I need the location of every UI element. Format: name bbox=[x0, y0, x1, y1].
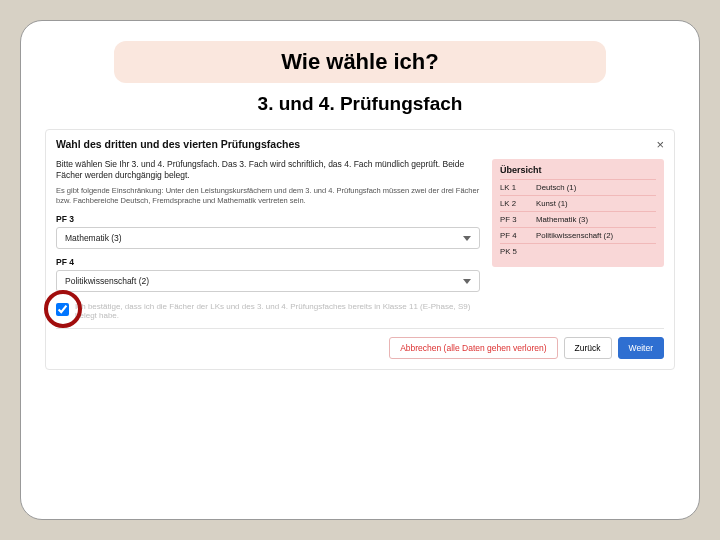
pf3-label: PF 3 bbox=[56, 214, 480, 224]
close-icon[interactable]: × bbox=[656, 138, 664, 151]
back-button[interactable]: Zurück bbox=[564, 337, 612, 359]
button-row: Abbrechen (alle Daten gehen verloren) Zu… bbox=[56, 337, 664, 359]
instructions-text: Bitte wählen Sie Ihr 3. und 4. Prüfungsf… bbox=[56, 159, 480, 182]
overview-key: LK 2 bbox=[500, 199, 530, 208]
pf3-selected-value: Mathematik (3) bbox=[65, 233, 122, 243]
confirm-row: Ich bestätige, dass ich die Fächer der L… bbox=[56, 302, 480, 320]
overview-row: PF 3 Mathematik (3) bbox=[500, 211, 656, 227]
pf4-label: PF 4 bbox=[56, 257, 480, 267]
panel-heading: Wahl des dritten und des vierten Prüfung… bbox=[56, 138, 300, 150]
overview-row: PF 4 Politikwissenschaft (2) bbox=[500, 227, 656, 243]
form-panel: Wahl des dritten und des vierten Prüfung… bbox=[45, 129, 675, 370]
pf4-selected-value: Politikwissenschaft (2) bbox=[65, 276, 149, 286]
slide-title-bar: Wie wähle ich? bbox=[114, 41, 605, 83]
form-left-column: Bitte wählen Sie Ihr 3. und 4. Prüfungsf… bbox=[56, 159, 480, 320]
restriction-note: Es gibt folgende Einschränkung: Unter de… bbox=[56, 186, 480, 206]
overview-row: LK 2 Kunst (1) bbox=[500, 195, 656, 211]
overview-panel: Übersicht LK 1 Deutsch (1) LK 2 Kunst (1… bbox=[492, 159, 664, 320]
overview-row: PK 5 bbox=[500, 243, 656, 259]
overview-title: Übersicht bbox=[500, 165, 656, 175]
overview-key: PF 4 bbox=[500, 231, 530, 240]
confirm-checkbox[interactable] bbox=[56, 303, 69, 316]
overview-value: Politikwissenschaft (2) bbox=[536, 231, 656, 240]
slide-title: Wie wähle ich? bbox=[114, 49, 605, 75]
pf3-select[interactable]: Mathematik (3) bbox=[56, 227, 480, 249]
pf4-select[interactable]: Politikwissenschaft (2) bbox=[56, 270, 480, 292]
slide-subtitle: 3. und 4. Prüfungsfach bbox=[45, 93, 675, 115]
overview-value bbox=[536, 247, 656, 256]
overview-value: Mathematik (3) bbox=[536, 215, 656, 224]
cancel-button[interactable]: Abbrechen (alle Daten gehen verloren) bbox=[389, 337, 557, 359]
overview-value: Deutsch (1) bbox=[536, 183, 656, 192]
next-button[interactable]: Weiter bbox=[618, 337, 664, 359]
overview-key: PK 5 bbox=[500, 247, 530, 256]
overview-value: Kunst (1) bbox=[536, 199, 656, 208]
divider bbox=[56, 328, 664, 329]
overview-key: LK 1 bbox=[500, 183, 530, 192]
confirm-label: Ich bestätige, dass ich die Fächer der L… bbox=[75, 302, 480, 320]
overview-row: LK 1 Deutsch (1) bbox=[500, 179, 656, 195]
overview-key: PF 3 bbox=[500, 215, 530, 224]
slide-card: Wie wähle ich? 3. und 4. Prüfungsfach Wa… bbox=[20, 20, 700, 520]
